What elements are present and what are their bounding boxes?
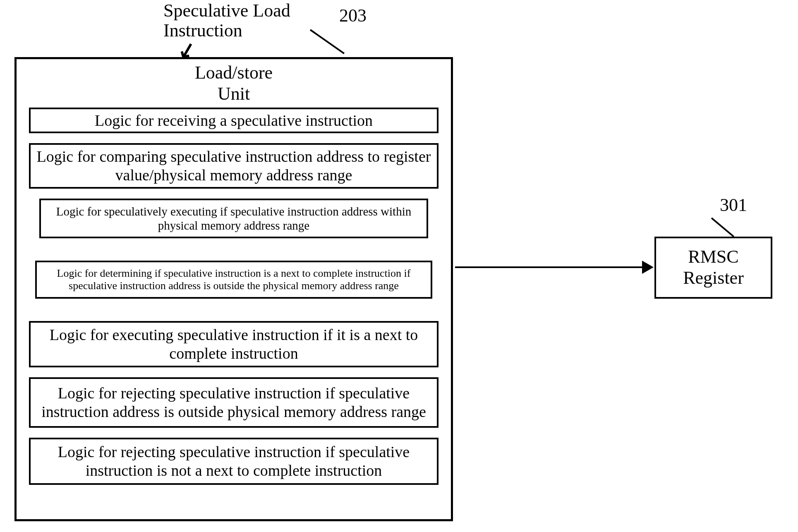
logic-list: Logic for receiving a speculative instru… xyxy=(22,108,445,485)
load-store-unit-block: Load/storeUnit Logic for receiving a spe… xyxy=(14,57,453,521)
logic-item: Logic for determining if speculative ins… xyxy=(35,261,432,299)
ref-main-leader-line xyxy=(310,29,345,54)
logic-item: Logic for rejecting speculative instruct… xyxy=(29,438,439,485)
input-label: Speculative LoadInstruction xyxy=(163,1,290,41)
logic-item: Logic for rejecting speculative instruct… xyxy=(29,377,439,428)
connector-arrow-icon xyxy=(642,261,654,274)
rmsc-register-block: RMSCRegister xyxy=(654,237,772,299)
ref-register-leader-line xyxy=(711,217,734,237)
connector-line xyxy=(455,266,645,268)
logic-item: Logic for comparing speculative instruct… xyxy=(29,143,439,189)
ref-register-number: 301 xyxy=(720,194,747,216)
load-store-unit-title: Load/storeUnit xyxy=(195,62,273,104)
logic-item: Logic for executing speculative instruct… xyxy=(29,321,439,367)
ref-main-number: 203 xyxy=(339,5,367,26)
logic-item: Logic for speculatively executing if spe… xyxy=(39,199,428,238)
logic-item: Logic for receiving a speculative instru… xyxy=(29,108,439,133)
